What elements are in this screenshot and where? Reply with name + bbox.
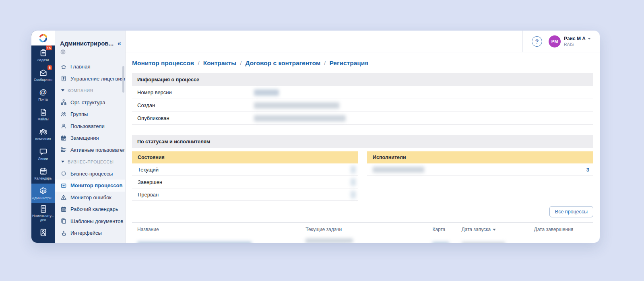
column-map[interactable]: Карта xyxy=(427,227,456,232)
breadcrumb-registration[interactable]: Регистрация xyxy=(329,60,368,67)
redacted-count xyxy=(351,178,356,186)
org-structure-icon xyxy=(60,99,67,105)
sidebar-item-home[interactable]: Главная xyxy=(55,61,125,73)
user-org: RAIS xyxy=(564,42,591,47)
redacted-start-date xyxy=(462,242,505,243)
sidebar-item-doc-templates[interactable]: Шаблоны документов xyxy=(55,215,125,227)
rail-item-administration[interactable]: Администри... xyxy=(31,184,55,203)
content: Монитор процессов / Контракты / Договор … xyxy=(126,52,600,243)
state-row-interrupted[interactable]: Прерван xyxy=(132,188,358,201)
sidebar-settings-gear-icon[interactable] xyxy=(55,47,125,58)
business-process-icon xyxy=(60,170,67,177)
sidebar-item-substitutions[interactable]: Замещения xyxy=(55,132,125,144)
states-panel-header: Состояния xyxy=(132,151,358,163)
sidebar: Администриров... « Главная Управление ли… xyxy=(55,31,126,243)
rail-item-mail[interactable]: @ Почта xyxy=(31,85,55,105)
column-current-tasks[interactable]: Текущие задачи xyxy=(300,227,427,232)
redacted-executor-name xyxy=(373,167,424,173)
info-row-version: Номер версии xyxy=(132,86,593,99)
sidebar-collapse-icon[interactable]: « xyxy=(118,40,121,47)
user-menu[interactable]: PM Раис М А RAIS xyxy=(549,35,591,48)
tasks-badge: 15 xyxy=(46,45,52,50)
state-row-finished[interactable]: Завершен xyxy=(132,176,358,188)
app-logo[interactable] xyxy=(31,31,55,45)
states-panel: Состояния Текущий Завершен Прерван xyxy=(132,151,358,201)
sidebar-item-error-monitor[interactable]: Монитор ошибок xyxy=(55,192,125,204)
executor-row[interactable]: 3 xyxy=(367,163,593,176)
sidebar-item-interfaces[interactable]: Интерфейсы xyxy=(55,227,125,239)
breadcrumb: Монитор процессов / Контракты / Договор … xyxy=(132,60,593,67)
chevron-down-icon xyxy=(61,161,64,163)
sidebar-item-org-structure[interactable]: Орг. структура xyxy=(55,97,125,109)
process-info-section: Информация о процессе Номер версии Созда… xyxy=(132,73,593,125)
sidebar-item-work-calendar[interactable]: Рабочий календарь xyxy=(55,203,125,215)
user-name: Раис М А xyxy=(564,36,586,41)
rail-item-nomenclature[interactable]: Номенклату... дел xyxy=(31,203,55,223)
messages-badge: 6 xyxy=(47,65,52,70)
sidebar-scrollbar[interactable] xyxy=(122,66,124,93)
rail-item-contacts[interactable] xyxy=(31,223,55,243)
rail-item-files[interactable]: Файлы xyxy=(31,105,55,124)
chevron-down-icon xyxy=(588,38,591,39)
messages-icon: 6 xyxy=(39,68,47,77)
app-window: 15 Задачи 6 Сообщения @ Почта Файлы xyxy=(31,31,600,243)
rail-item-lines[interactable]: Линии xyxy=(31,144,55,164)
license-icon xyxy=(60,75,67,82)
column-name[interactable]: Название xyxy=(132,227,300,232)
executors-panel-header: Исполнители xyxy=(367,151,593,163)
column-start-date[interactable]: Дата запуска xyxy=(456,227,529,232)
rail-item-tasks[interactable]: 15 Задачи xyxy=(31,45,55,65)
icon-rail: 15 Задачи 6 Сообщения @ Почта Файлы xyxy=(31,31,55,243)
groups-icon xyxy=(60,111,67,118)
user-icon xyxy=(60,123,67,129)
rail-item-calendar[interactable]: Календарь xyxy=(31,164,55,184)
breadcrumb-contracts[interactable]: Контракты xyxy=(203,60,237,67)
book-icon xyxy=(39,204,47,213)
question-icon: ? xyxy=(535,38,539,45)
executors-panel: Исполнители 3 xyxy=(367,151,593,201)
avatar: PM xyxy=(549,35,561,48)
executor-count: 3 xyxy=(586,167,591,173)
logo-icon xyxy=(37,32,49,44)
sidebar-section-business-processes[interactable]: БИЗНЕС-ПРОЦЕССЫ xyxy=(55,156,125,168)
sidebar-section-company[interactable]: КОМПАНИЯ xyxy=(55,85,125,97)
sidebar-item-business-processes[interactable]: Бизнес-процессы xyxy=(55,168,125,180)
home-icon xyxy=(60,64,67,70)
calendar-icon xyxy=(60,135,67,141)
info-row-created: Создан xyxy=(132,99,593,112)
sidebar-item-active-users[interactable]: Активные пользователи xyxy=(55,144,125,156)
redacted-value xyxy=(254,102,339,109)
work-calendar-icon xyxy=(60,206,67,213)
doc-templates-icon xyxy=(60,218,67,224)
redacted-count xyxy=(351,191,356,198)
redacted-map-link xyxy=(432,242,449,243)
sidebar-item-users[interactable]: Пользователи xyxy=(55,120,125,132)
main-area: ? PM Раис М А RAIS Монитор процессов / К… xyxy=(126,31,600,243)
contacts-icon xyxy=(39,228,47,237)
interfaces-icon xyxy=(60,230,67,236)
sidebar-item-process-monitor[interactable]: Монитор процессов xyxy=(55,180,125,192)
chevron-down-icon xyxy=(61,89,64,91)
column-end-date[interactable]: Дата завершения xyxy=(529,227,593,232)
redacted-value xyxy=(254,115,346,122)
process-table: Название Текущие задачи Карта Дата запус… xyxy=(132,222,593,243)
breadcrumb-contract[interactable]: Договор с контрагентом xyxy=(246,60,321,67)
rail-item-messages[interactable]: 6 Сообщения xyxy=(31,65,55,85)
all-processes-button[interactable]: Все процессы xyxy=(549,206,593,217)
sidebar-item-licenses[interactable]: Управление лицензиями xyxy=(55,73,125,85)
help-button[interactable]: ? xyxy=(532,36,542,47)
sidebar-item-groups[interactable]: Группы xyxy=(55,108,125,120)
info-row-published: Опубликован xyxy=(132,112,593,125)
state-row-current[interactable]: Текущий xyxy=(132,163,358,176)
breadcrumb-process-monitor[interactable]: Монитор процессов xyxy=(132,60,194,67)
error-monitor-icon xyxy=(60,194,67,200)
current-tasks-cell[interactable] xyxy=(300,238,427,243)
company-icon xyxy=(39,127,47,136)
table-row[interactable] xyxy=(132,236,593,243)
redacted-task xyxy=(305,238,353,243)
rail-item-company[interactable]: Компания xyxy=(31,124,55,144)
redacted-count xyxy=(351,166,356,174)
table-header-row: Название Текущие задачи Карта Дата запус… xyxy=(132,223,593,236)
chat-icon xyxy=(39,147,47,156)
sort-desc-icon xyxy=(493,229,496,231)
